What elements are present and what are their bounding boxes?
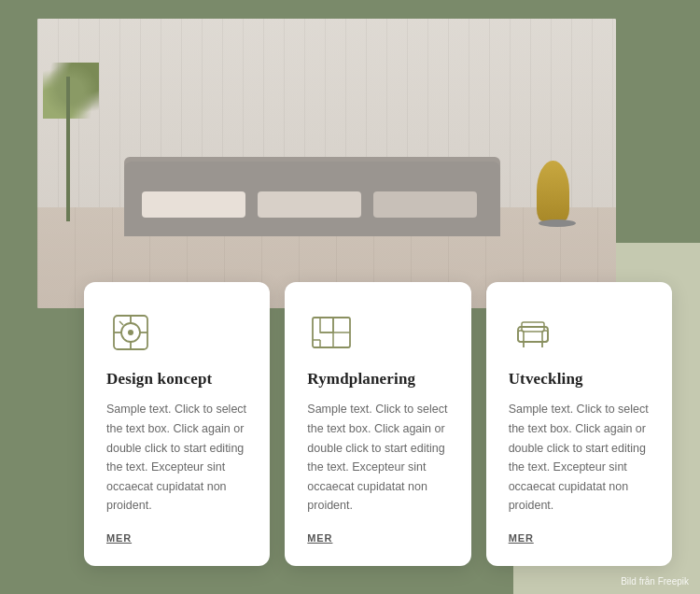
cards-section: Design koncept Sample text. Click to sel… <box>84 282 672 566</box>
card-text-utv: Sample text. Click to select the text bo… <box>509 400 650 516</box>
sofa-cushion <box>142 191 246 218</box>
hero-image <box>37 19 616 308</box>
svg-rect-8 <box>320 318 333 332</box>
sofa-cushion <box>373 191 478 218</box>
card-design-koncept[interactable]: Design koncept Sample text. Click to sel… <box>84 282 270 566</box>
card-link-rymd[interactable]: MER <box>307 532 448 544</box>
card-link-design[interactable]: MER <box>106 532 247 544</box>
floor-plan-icon <box>307 308 356 357</box>
svg-point-6 <box>128 330 133 335</box>
attribution: Bild från Freepik <box>621 576 689 587</box>
card-utveckling[interactable]: Utveckling Sample text. Click to select … <box>486 282 672 566</box>
page-wrapper: Design koncept Sample text. Click to sel… <box>0 0 700 594</box>
card-text-design: Sample text. Click to select the text bo… <box>106 400 247 516</box>
interior-scene <box>37 19 616 308</box>
svg-rect-11 <box>518 327 548 342</box>
sofa-icon <box>509 308 557 357</box>
design-icon <box>106 308 155 357</box>
card-title-design: Design koncept <box>106 370 247 389</box>
lamp <box>537 161 569 221</box>
card-link-utv[interactable]: MER <box>509 532 650 544</box>
card-rymdplanering[interactable]: Rymdplanering Sample text. Click to sele… <box>285 282 470 566</box>
plant-leaves <box>43 63 99 119</box>
sofa-cushion <box>258 191 362 218</box>
card-title-rymd: Rymdplanering <box>307 370 448 389</box>
card-text-rymd: Sample text. Click to select the text bo… <box>307 400 448 516</box>
card-title-utv: Utveckling <box>509 370 650 389</box>
plant-stem <box>66 77 70 221</box>
